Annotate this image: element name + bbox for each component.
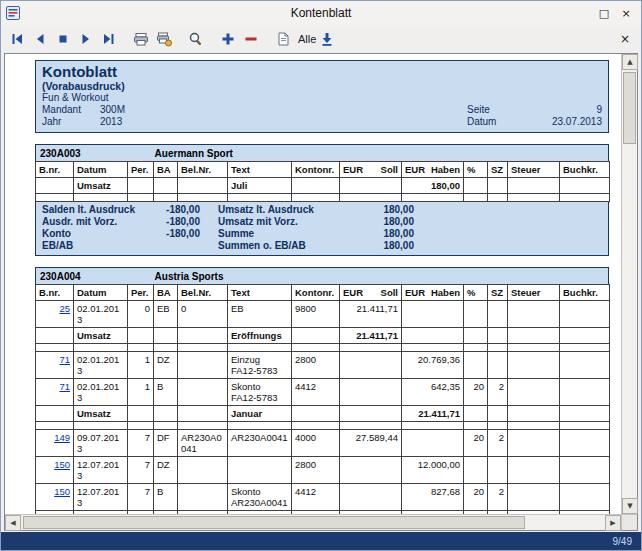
cell (128, 344, 154, 352)
first-page-button[interactable] (6, 28, 28, 50)
cell: 9800 (292, 301, 340, 328)
booking-number-link[interactable]: 149 (54, 432, 70, 443)
cell: Umsatz (74, 328, 128, 344)
cell (292, 328, 340, 344)
cell: 642,35 (402, 379, 464, 406)
horizontal-scrollbar[interactable]: ◀ ▶ (5, 514, 621, 530)
cell (464, 511, 488, 515)
vertical-scroll-thumb[interactable] (623, 72, 636, 144)
booking-number-link[interactable]: 71 (59, 354, 70, 365)
cell: Eröffnungs (228, 328, 292, 344)
horizontal-scroll-thumb[interactable] (23, 516, 525, 529)
column-header: % (464, 162, 488, 178)
cell: 4000 (292, 430, 340, 457)
show-all-pages-button[interactable]: Alle (295, 28, 338, 50)
cell: 09.07.2013 (74, 430, 128, 457)
page-indicator: 9/49 (613, 536, 632, 547)
scroll-right-button[interactable]: ▶ (605, 515, 621, 531)
close-button[interactable]: × (615, 4, 637, 22)
summary-value: 180,00 (356, 240, 414, 252)
zoom-in-button[interactable] (217, 28, 239, 50)
vertical-scrollbar[interactable]: ▲ ▼ (621, 54, 637, 514)
cell: 12.07.2013 (74, 484, 128, 511)
last-page-icon (101, 31, 117, 47)
cell (560, 194, 610, 202)
cell (560, 301, 610, 328)
summary-label: Summe (218, 228, 356, 240)
last-page-button[interactable] (98, 28, 120, 50)
cell (560, 328, 610, 344)
table-row: 7102.01.20131BSkonto FA12-57834412642,35… (36, 379, 610, 406)
cell (464, 178, 488, 194)
export-button[interactable] (272, 28, 294, 50)
cell (292, 406, 340, 422)
booking-number-link[interactable]: 150 (54, 459, 70, 470)
scroll-down-button[interactable]: ▼ (622, 498, 638, 514)
cell: 4412 (292, 379, 340, 406)
cell (402, 328, 464, 344)
booking-number-link[interactable]: 25 (59, 303, 70, 314)
summary-value: -180,00 (150, 228, 200, 240)
cell (128, 328, 154, 344)
scroll-up-button[interactable]: ▲ (622, 54, 638, 70)
cell: 71 (36, 352, 74, 379)
cell: 827,68 (402, 484, 464, 511)
cell (228, 422, 292, 430)
cell (488, 178, 508, 194)
magnifier-icon (188, 31, 204, 47)
cell: 2800 (292, 352, 340, 379)
status-bar: 9/49 (1, 532, 641, 550)
table-row: UmsatzEröffnungs21.411,71 (36, 328, 610, 344)
table-row: UmsatzJuli180,00 (36, 178, 610, 194)
cell (464, 328, 488, 344)
cell (464, 344, 488, 352)
report-page: Kontoblatt (Vorabausdruck) Fun & Workout… (35, 60, 609, 514)
maximize-button[interactable]: □ (593, 4, 615, 22)
stop-icon (55, 31, 71, 47)
stop-button[interactable] (52, 28, 74, 50)
cell (340, 422, 402, 430)
zoom-button[interactable] (185, 28, 207, 50)
cell (488, 344, 508, 352)
cell (178, 422, 228, 430)
column-header: EURHaben (402, 162, 464, 178)
next-page-button[interactable] (75, 28, 97, 50)
cell (560, 352, 610, 379)
booking-number-link[interactable]: 151 (54, 513, 70, 514)
cell (228, 511, 292, 515)
print-settings-button[interactable] (153, 28, 175, 50)
zoom-out-button[interactable] (240, 28, 262, 50)
cell: AR230A0041 (228, 430, 292, 457)
scroll-left-button[interactable]: ◀ (5, 515, 21, 531)
cell (508, 178, 560, 194)
close-preview-button[interactable]: × (614, 28, 636, 50)
previous-page-button[interactable] (29, 28, 51, 50)
account-name: Austria Sports (155, 271, 224, 282)
column-header: Buchkr. (560, 285, 610, 301)
summary-label: EB/AB (42, 240, 150, 252)
booking-number-link[interactable]: 71 (59, 381, 70, 392)
summary-value: -180,00 (150, 216, 200, 228)
print-button[interactable] (130, 28, 152, 50)
cell (74, 422, 128, 430)
cell: EB (154, 301, 178, 328)
cell (178, 511, 228, 515)
cell (340, 406, 402, 422)
cell (154, 344, 178, 352)
cell (508, 406, 560, 422)
cell: Einzug FA12-5783 (228, 352, 292, 379)
column-header: EURHaben (402, 285, 464, 301)
vertical-scroll-track[interactable] (622, 70, 637, 498)
spacer-row (36, 194, 610, 202)
account-number: 230A003 (40, 148, 81, 159)
table-row: 7102.01.20131DZEinzug FA12-5783280020.76… (36, 352, 610, 379)
cell: B (154, 484, 178, 511)
cell (464, 352, 488, 379)
report-company: Fun & Workout (42, 92, 602, 104)
column-header: SZ (488, 285, 508, 301)
cell (464, 422, 488, 430)
horizontal-scroll-track[interactable] (21, 515, 605, 530)
cell: 02.01.2013 (74, 379, 128, 406)
cell (36, 406, 74, 422)
booking-number-link[interactable]: 150 (54, 486, 70, 497)
